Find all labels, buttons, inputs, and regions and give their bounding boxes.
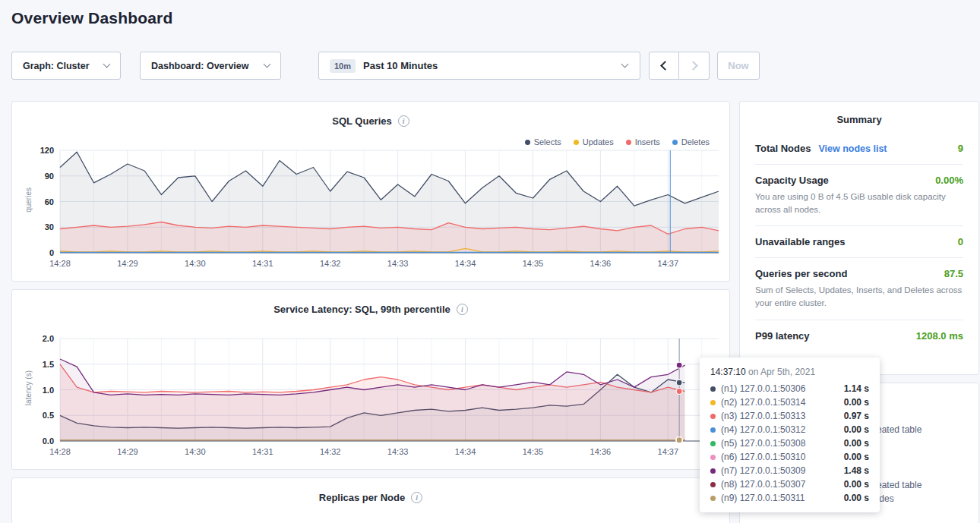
svg-text:14:30: 14:30 — [185, 447, 206, 456]
tooltip-node-label: (n2) 127.0.0.1:50314 — [721, 397, 805, 408]
tooltip-row: (n6) 127.0.0.1:503100.00 s — [710, 450, 869, 464]
tooltip-row: (n7) 127.0.0.1:503091.48 s — [710, 464, 869, 477]
capacity-usage-value: 0.00% — [935, 175, 963, 186]
tooltip-header: 14:37:10 on Apr 5th, 2021 — [710, 367, 869, 377]
svg-text:14:36: 14:36 — [590, 259, 612, 268]
series-dot-icon — [710, 482, 716, 487]
p99-latency-value: 1208.0 ms — [916, 330, 963, 342]
time-next-button[interactable] — [679, 52, 710, 80]
dashboard-dropdown[interactable]: Dashboard: Overview — [140, 52, 281, 80]
svg-text:14:33: 14:33 — [387, 259, 409, 268]
chevron-down-icon — [264, 61, 271, 68]
service-latency-chart[interactable]: 0.00.51.01.52.014:2814:2914:3014:3114:32… — [18, 331, 725, 462]
svg-text:14:28: 14:28 — [49, 259, 71, 268]
chart-tooltip: 14:37:10 on Apr 5th, 2021 (n1) 127.0.0.1… — [700, 358, 880, 512]
queries-per-second-row: Queries per second 87.5 Sum of Selects, … — [755, 257, 963, 319]
total-nodes-row: Total Nodes View nodes list 9 — [755, 133, 963, 164]
time-now-button[interactable]: Now — [717, 52, 760, 80]
chevron-down-icon — [621, 61, 629, 68]
tooltip-node-value: 0.00 s — [844, 438, 869, 449]
svg-text:90: 90 — [45, 172, 54, 181]
graph-dropdown[interactable]: Graph: Cluster — [11, 52, 121, 80]
chart-title: Service Latency: SQL, 99th percentile — [273, 304, 450, 315]
series-dot-icon — [710, 468, 716, 474]
series-dot-icon — [710, 400, 716, 405]
queries-per-second-subtext: Sum of Selects, Updates, Inserts, and De… — [755, 284, 963, 309]
svg-text:14:32: 14:32 — [320, 447, 341, 456]
tooltip-node-value: 0.00 s — [844, 424, 869, 435]
tooltip-node-value: 0.00 s — [844, 493, 869, 503]
tooltip-node-value: 0.00 s — [844, 397, 869, 408]
unavailable-ranges-value: 0 — [958, 236, 963, 247]
tooltip-node-value: 0.97 s — [844, 411, 869, 421]
svg-text:0.5: 0.5 — [43, 411, 54, 420]
svg-text:0: 0 — [49, 248, 54, 257]
tooltip-time: 14:37:10 — [710, 367, 746, 377]
time-range-label: Past 10 Minutes — [363, 60, 438, 71]
time-range-dropdown[interactable]: 10m Past 10 Minutes — [318, 52, 640, 80]
time-prev-button[interactable] — [649, 52, 679, 80]
service-latency-card: Service Latency: SQL, 99th percentile la… — [11, 289, 730, 470]
queries-per-second-label: Queries per second — [755, 268, 847, 279]
tooltip-row: (n2) 127.0.0.1:503140.00 s — [710, 395, 869, 409]
p99-latency-label: P99 latency — [755, 330, 810, 342]
series-dot-icon — [710, 414, 716, 419]
svg-text:0.0: 0.0 — [43, 436, 54, 446]
sql-queries-chart[interactable]: 030609012014:2814:2914:3014:3114:3214:33… — [18, 143, 725, 273]
svg-text:14:35: 14:35 — [523, 447, 544, 456]
info-icon[interactable] — [411, 492, 422, 503]
svg-text:14:30: 14:30 — [185, 259, 206, 268]
view-nodes-list-link[interactable]: View nodes list — [818, 143, 887, 154]
chart-title: SQL Queries — [332, 115, 392, 127]
svg-text:14:33: 14:33 — [387, 447, 409, 456]
svg-text:1.0: 1.0 — [43, 386, 54, 395]
chevron-down-icon — [103, 61, 111, 68]
tooltip-date: on Apr 5th, 2021 — [748, 367, 815, 377]
tooltip-row: (n9) 127.0.0.1:503110.00 s — [710, 491, 869, 505]
chart-title: Replicas per Node — [319, 492, 405, 503]
svg-text:14:31: 14:31 — [252, 259, 273, 268]
series-dot-icon — [710, 441, 716, 446]
tooltip-row: (n8) 127.0.0.1:503070.00 s — [710, 477, 869, 491]
series-dot-icon — [710, 386, 716, 392]
tooltip-row: (n1) 127.0.0.1:503061.14 s — [710, 382, 869, 395]
svg-text:14:37: 14:37 — [658, 259, 679, 268]
svg-text:14:32: 14:32 — [320, 259, 341, 268]
summary-title: Summary — [755, 102, 963, 133]
svg-text:14:37: 14:37 — [658, 447, 679, 456]
svg-text:14:35: 14:35 — [523, 259, 544, 268]
page-title: Overview Dashboard — [11, 9, 173, 27]
capacity-usage-row: Capacity Usage 0.00% You are using 0 B o… — [755, 164, 963, 225]
svg-text:60: 60 — [45, 197, 54, 206]
sql-queries-card: SQL Queries SelectsUpdatesInsertsDeletes… — [11, 101, 730, 282]
svg-text:120: 120 — [40, 146, 54, 155]
info-icon[interactable] — [398, 115, 409, 127]
series-dot-icon — [710, 455, 716, 460]
svg-text:1.5: 1.5 — [43, 360, 54, 369]
tooltip-node-label: (n4) 127.0.0.1:50312 — [721, 424, 805, 435]
capacity-usage-label: Capacity Usage — [755, 175, 829, 186]
tooltip-row: (n3) 127.0.0.1:503130.97 s — [710, 409, 869, 423]
chart-title-row: Service Latency: SQL, 99th percentile — [12, 290, 729, 315]
tooltip-node-label: (n3) 127.0.0.1:50313 — [721, 411, 805, 421]
toolbar: Graph: Cluster Dashboard: Overview 10m P… — [11, 52, 760, 80]
chart-title-row: Replicas per Node — [12, 478, 729, 503]
svg-text:14:29: 14:29 — [117, 447, 138, 456]
svg-text:30: 30 — [45, 222, 54, 232]
svg-text:14:31: 14:31 — [252, 447, 273, 456]
series-dot-icon — [710, 496, 716, 501]
tooltip-node-value: 0.00 s — [844, 479, 869, 490]
svg-text:14:28: 14:28 — [49, 447, 71, 456]
p99-latency-row: P99 latency 1208.0 ms — [755, 320, 963, 351]
tooltip-node-label: (n7) 127.0.0.1:50309 — [721, 465, 805, 476]
capacity-usage-subtext: You are using 0 B of 4.5 GiB usable disk… — [755, 191, 963, 216]
tooltip-node-label: (n6) 127.0.0.1:50310 — [721, 452, 805, 462]
dashboard-dropdown-label: Dashboard: Overview — [151, 61, 249, 71]
tooltip-node-label: (n8) 127.0.0.1:50307 — [721, 479, 805, 490]
queries-per-second-value: 87.5 — [944, 268, 963, 279]
info-icon[interactable] — [457, 304, 468, 315]
tooltip-node-value: 1.14 s — [844, 383, 869, 394]
total-nodes-label: Total Nodes — [755, 143, 811, 154]
unavailable-ranges-row: Unavailable ranges 0 — [755, 225, 963, 257]
total-nodes-value: 9 — [958, 143, 963, 154]
